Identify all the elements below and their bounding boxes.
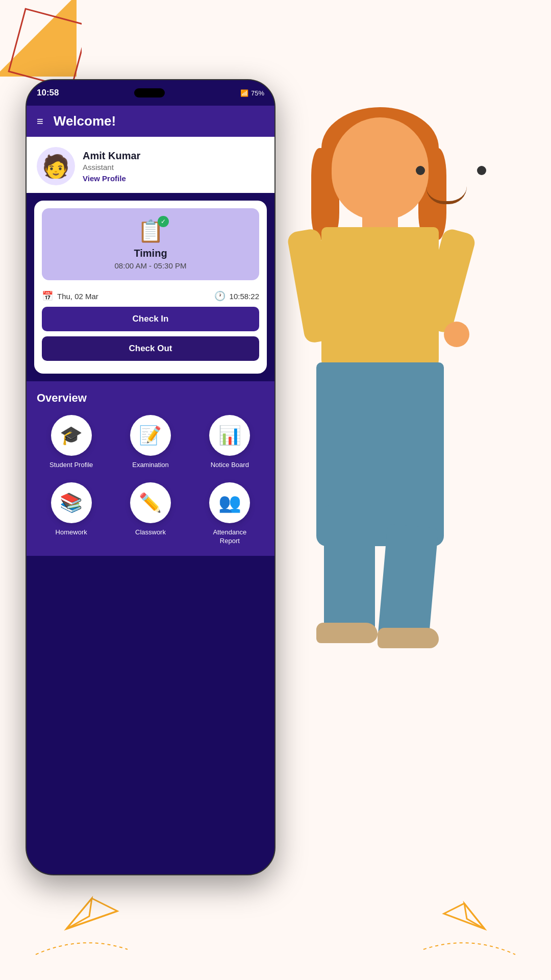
char-shoe-left [316,623,378,643]
char-torso [321,227,439,370]
timing-card: 📋 ✓ Timing 08:00 AM - 05:30 PM 📅 Thu, 02… [34,201,267,374]
char-hand-right [444,322,469,347]
character-body [260,117,546,679]
clock-icon: 🕐 [214,290,226,302]
grid-item-examination[interactable]: 📝 Examination [116,415,185,470]
char-head [332,117,429,219]
profile-name: Amit Kumar [83,150,264,162]
char-smile [426,186,467,204]
camera-notch [134,88,165,97]
char-eye-left [416,166,425,175]
overview-section: Overview 🎓 Student Profile 📝 Examination… [27,381,274,556]
timing-banner: 📋 ✓ Timing 08:00 AM - 05:30 PM [42,208,259,280]
check-in-button[interactable]: Check In [42,307,259,331]
attendance-report-icon: 👥 [209,482,250,523]
avatar-icon: 🧑 [42,153,70,180]
dots-left [31,929,133,960]
char-neck [362,212,398,232]
student-profile-icon: 🎓 [51,415,92,456]
icon-grid: 🎓 Student Profile 📝 Examination 📊 Notice… [37,415,264,556]
grid-item-classwork[interactable]: ✏️ Classwork [116,482,185,546]
timing-hours: 08:00 AM - 05:30 PM [115,261,187,270]
battery-text: 75% [251,89,264,97]
timing-icon-wrapper: 📋 ✓ [137,218,164,243]
time-text: 10:58:22 [230,292,259,301]
student-profile-label: Student Profile [49,461,93,470]
attendance-report-label: Attendance Report [213,528,246,546]
classwork-icon: ✏️ [130,482,171,523]
grid-item-homework[interactable]: 📚 Homework [37,482,106,546]
view-profile-link[interactable]: View Profile [83,174,264,183]
grid-item-notice-board[interactable]: 📊 Notice Board [195,415,264,470]
character-3d [260,117,546,679]
char-shoe-right [378,628,439,648]
char-arm-left [286,228,338,344]
profile-role: Assistant [83,163,264,172]
calendar-icon: 📅 [42,290,53,302]
date-text: Thu, 02 Mar [57,292,98,301]
profile-section: 🧑 Amit Kumar Assistant View Profile [27,137,274,193]
check-out-button[interactable]: Check Out [42,336,259,361]
char-pants [316,362,444,546]
date-info: 📅 Thu, 02 Mar [42,290,98,302]
grid-item-attendance-report[interactable]: 👥 Attendance Report [195,482,264,546]
grid-item-student-profile[interactable]: 🎓 Student Profile [37,415,106,470]
dots-right [418,929,520,960]
notice-board-icon: 📊 [209,415,250,456]
char-hair-right [418,148,446,240]
status-icons: 📶 75% [240,89,264,97]
char-hair-left [311,148,339,240]
header-title: Welcome! [54,113,116,129]
deco-top-left [0,0,82,82]
status-bar: 10:58 📶 75% [27,80,274,106]
status-time: 10:58 [37,88,59,98]
overview-title: Overview [37,391,264,405]
char-leg-right [378,524,439,640]
timing-label: Timing [134,248,167,259]
app-header: ≡ Welcome! [27,106,274,137]
phone-frame: 10:58 📶 75% ≡ Welcome! 🧑 Amit Kumar Assi… [26,79,276,875]
wifi-icon: 📶 [240,89,248,97]
examination-icon: 📝 [130,415,171,456]
char-hair [321,107,439,189]
classwork-label: Classwork [135,528,166,537]
time-info: 🕐 10:58:22 [214,290,259,302]
char-eye-right [477,166,486,175]
menu-icon[interactable]: ≡ [37,115,43,128]
date-time-row: 📅 Thu, 02 Mar 🕐 10:58:22 [42,288,259,307]
homework-icon: 📚 [51,482,92,523]
profile-info: Amit Kumar Assistant View Profile [83,150,264,183]
char-arm-right [418,227,477,334]
notice-board-label: Notice Board [211,461,249,470]
check-badge: ✓ [158,216,169,227]
char-leg-left [324,505,375,633]
examination-label: Examination [132,461,169,470]
homework-label: Homework [56,528,87,537]
avatar: 🧑 [37,147,75,185]
